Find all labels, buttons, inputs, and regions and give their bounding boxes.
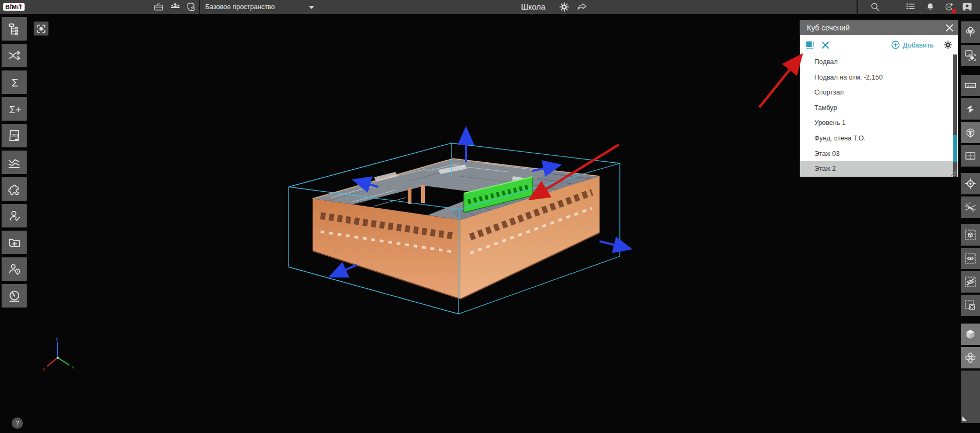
gear-icon (943, 40, 953, 50)
section-item[interactable]: Фунд. стена Т.О. (800, 131, 958, 146)
flash-section-icon (964, 103, 977, 115)
tool-select-region-button[interactable] (961, 45, 980, 66)
list-icon (905, 2, 916, 12)
project-settings-button[interactable] (559, 2, 570, 12)
right-toolbar: 1 2 (960, 14, 980, 433)
workspace-selector[interactable]: Базовое пространство (205, 0, 275, 14)
folder-export-icon (7, 235, 21, 249)
section-clear-button[interactable] (821, 41, 829, 49)
task-list-button[interactable] (905, 2, 916, 12)
tool-solid-cube-button[interactable] (961, 324, 980, 345)
axis-x-label: X (42, 367, 45, 372)
sigma-plus-icon: Σ+ (7, 102, 21, 116)
gizmo-arrow-front-left[interactable] (330, 265, 357, 277)
svg-text:2D: 2D (11, 132, 18, 138)
toolbar-sigma-button[interactable]: Σ (2, 70, 27, 94)
tool-ruler-button[interactable] (961, 75, 980, 96)
collapsed-panel-area[interactable] (961, 371, 980, 423)
tool-hide-visibility-button[interactable] (961, 271, 980, 293)
axis-triad[interactable]: Z X Y (42, 335, 79, 375)
user-location-icon (7, 262, 21, 276)
nature-tree-icon (964, 26, 977, 38)
toolbar-shuffle-button[interactable] (2, 44, 27, 67)
tool-clear-selection-button[interactable] (961, 295, 980, 316)
add-section-button[interactable]: Добавить (888, 35, 937, 54)
locate-target-icon (964, 177, 977, 190)
close-icon (945, 23, 954, 32)
section-box-icon (805, 40, 816, 50)
tool-orbit-gizmo-button[interactable] (961, 347, 980, 368)
share-button[interactable] (577, 2, 588, 12)
panel-resize-handle[interactable] (948, 168, 957, 176)
section-list: Подвал Подвал на отм. -2,150 Спортзал Та… (800, 54, 958, 177)
team-button[interactable] (170, 2, 181, 12)
svg-text:1: 1 (966, 203, 967, 206)
tool-show-visibility-button[interactable] (961, 248, 980, 269)
user-check-icon (7, 209, 21, 223)
axis-y-label: Y (72, 365, 75, 370)
toolbar-plugins-button[interactable] (2, 177, 27, 201)
tool-locate-target-button[interactable] (961, 173, 980, 194)
scrollbar-thumb[interactable] (953, 135, 957, 162)
focus-hexagon-icon (36, 24, 46, 34)
show-eye-icon (964, 252, 977, 265)
select-region-icon (964, 49, 977, 62)
toolbar-gauge-button[interactable] (2, 284, 27, 308)
tool-intersect-lines-button[interactable]: 1 2 (961, 196, 980, 218)
axis-z-label: Z (56, 337, 58, 342)
gauge-icon (7, 289, 21, 303)
solid-cube-icon (964, 328, 977, 341)
bell-icon (925, 2, 936, 12)
2d-view-icon: 2D (7, 129, 21, 143)
project-title: Школа (521, 0, 546, 14)
orbit-gizmo-icon (964, 351, 977, 364)
circle-plus-icon (891, 41, 900, 49)
hide-eye-icon (964, 275, 977, 288)
profile-button[interactable] (961, 2, 973, 12)
section-cube-icon (964, 126, 977, 139)
toolbar-2d-view-button[interactable]: 2D (2, 124, 27, 147)
history-badge-count: 10 (947, 5, 951, 9)
toolbar-folder-export-button[interactable] (2, 231, 27, 254)
help-button[interactable]: ? (12, 418, 23, 429)
tool-flash-section-button[interactable] (961, 98, 980, 120)
shield-clock-icon (185, 2, 196, 12)
section-item[interactable]: Подвал на отм. -2,150 (800, 70, 958, 85)
section-box-mode-button[interactable] (805, 40, 816, 50)
tool-floor-grid-button[interactable] (961, 145, 980, 167)
projects-briefcase-button[interactable] (153, 2, 164, 12)
toolbar-user-check-button[interactable] (2, 204, 27, 227)
add-section-label: Добавить (903, 41, 934, 49)
toolbar-chart-button[interactable] (2, 151, 27, 174)
toolbar-model-tree-button[interactable] (2, 17, 27, 41)
toolbar-user-location-button[interactable] (2, 257, 27, 281)
notifications-button[interactable] (925, 2, 936, 12)
section-item-selected[interactable]: Этаж 2 (800, 161, 958, 177)
svg-text:Σ: Σ (11, 76, 18, 89)
tool-isolate-cube-button[interactable] (961, 224, 980, 246)
history-button[interactable]: 10 (944, 2, 954, 12)
gizmo-arrow-front-right[interactable] (600, 241, 631, 249)
panel-title: Куб сечений (807, 23, 850, 32)
security-session-button[interactable] (185, 2, 196, 12)
section-item[interactable]: Подвал (800, 54, 958, 70)
focus-model-button[interactable] (34, 21, 49, 36)
plugin-puzzle-icon (7, 182, 21, 196)
panel-close-button[interactable] (945, 23, 954, 32)
clear-x-icon (821, 41, 829, 49)
section-item[interactable]: Уровень 1 (800, 115, 958, 131)
panel-scrollbar[interactable] (953, 54, 957, 177)
tool-section-cube-button[interactable] (961, 122, 980, 143)
section-settings-button[interactable] (943, 40, 953, 50)
section-item[interactable]: Этаж 03 (800, 146, 958, 162)
search-button[interactable] (870, 2, 881, 12)
panel-toolbar: Добавить (800, 35, 958, 54)
toolbar-sigma-plus-button[interactable]: Σ+ (2, 97, 27, 121)
svg-text:2: 2 (969, 201, 970, 204)
section-item[interactable]: Тамбур (800, 100, 958, 116)
section-item[interactable]: Спортзал (800, 85, 958, 100)
ruler-icon (964, 79, 977, 92)
search-icon (870, 2, 881, 12)
shuffle-icon (7, 49, 21, 62)
tool-nature-tree-button[interactable] (961, 21, 980, 43)
